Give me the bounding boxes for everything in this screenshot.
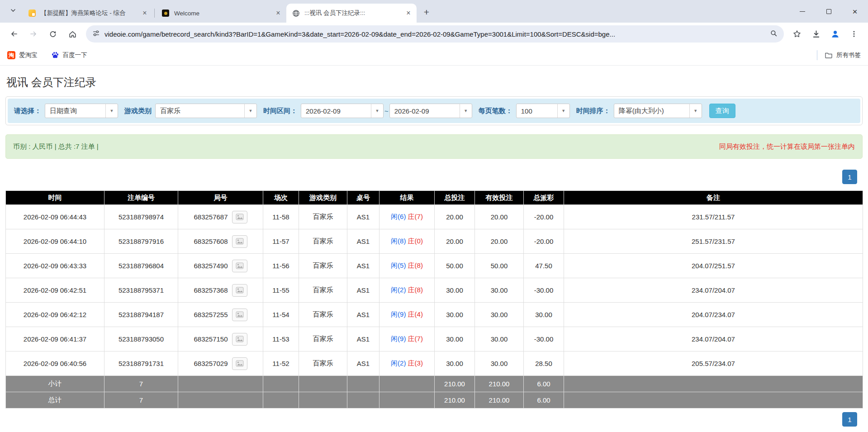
address-bar[interactable]: videoie.com/game/betrecord_search/kind3?… <box>86 25 784 43</box>
page-1-button[interactable]: 1 <box>842 170 857 184</box>
date-start-select[interactable]: 2026-02-09 ▼ <box>301 104 384 118</box>
round-image-button[interactable] <box>232 260 247 272</box>
cell-payout: -20.00 <box>524 205 564 229</box>
new-tab-button[interactable]: + <box>419 5 434 19</box>
round-image-button[interactable] <box>232 309 247 321</box>
round-image-button[interactable] <box>232 357 247 370</box>
table-header-row: 时间注单编号局号场次游戏类别桌号结果总投注有效投注总派彩备注 <box>6 191 863 205</box>
page-title: 视讯 会员下注纪录 <box>6 75 862 90</box>
cell-result: 闲(8) 庄(0) <box>379 229 435 254</box>
query-mode-select[interactable]: 日期查询 ▼ <box>45 104 118 118</box>
sum-total-bet: 210.00 <box>435 392 475 408</box>
select-mode-label: 请选择： <box>14 107 41 115</box>
bookmark-star-button[interactable] <box>788 25 806 43</box>
bookmark-baidu[interactable]: 百度一下 <box>51 51 87 59</box>
home-icon <box>68 30 77 38</box>
tab-welcome[interactable]: Welcome × <box>156 4 286 23</box>
round-image-button[interactable] <box>232 211 247 223</box>
filter-bar: 请选择： 日期查询 ▼ 游戏类别 百家乐 ▼ 时间区间： 2026-02-09 … <box>8 99 860 123</box>
cell-session: 11-52 <box>263 351 299 376</box>
tab-close-icon[interactable]: × <box>140 9 149 18</box>
home-button[interactable] <box>64 25 81 43</box>
valid-bet-notice: 同局有效投注，统一计算在该局第一张注单内 <box>719 142 855 151</box>
cell-total-bet[interactable]: 30.00 <box>435 351 475 376</box>
cell-bet-id: 523188793050 <box>104 327 178 351</box>
picture-icon <box>236 287 244 294</box>
cell-session: 11-53 <box>263 327 299 351</box>
cell-table: AS1 <box>347 254 379 278</box>
round-image-button[interactable] <box>232 235 247 248</box>
downloads-button[interactable] <box>807 25 825 43</box>
search-lens-icon[interactable] <box>770 29 778 39</box>
cell-session: 11-58 <box>263 205 299 229</box>
menu-button[interactable] <box>845 25 863 43</box>
profile-button[interactable] <box>826 25 844 43</box>
tab-close-icon[interactable]: × <box>404 9 413 18</box>
kebab-menu-icon <box>850 30 858 38</box>
all-bookmarks[interactable]: 所有书签 <box>817 50 861 60</box>
tab-separator <box>154 9 155 18</box>
column-header: 结果 <box>379 191 435 205</box>
cell-note: 231.57/211.57 <box>564 205 863 229</box>
url-bar-row: videoie.com/game/betrecord_search/kind3?… <box>0 23 868 45</box>
page-1-button[interactable]: 1 <box>842 412 857 427</box>
search-button[interactable]: 查询 <box>709 104 735 118</box>
cell-total-bet[interactable]: 30.00 <box>435 278 475 303</box>
round-image-button[interactable] <box>232 333 247 346</box>
cell-time: 2026-02-09 06:44:43 <box>6 205 104 229</box>
game-type-select[interactable]: 百家乐 ▼ <box>155 104 257 118</box>
picture-icon <box>236 214 244 220</box>
cell-result: 闲(5) 庄(8) <box>379 254 435 278</box>
cell-valid-bet: 30.00 <box>475 351 524 376</box>
cell-total-bet[interactable]: 20.00 <box>435 205 475 229</box>
window-close-button[interactable]: × <box>842 0 868 23</box>
reload-button[interactable] <box>44 25 62 43</box>
cell-payout: 47.50 <box>524 254 564 278</box>
profile-icon <box>830 29 840 39</box>
forward-button[interactable] <box>25 25 42 43</box>
cell-payout: 28.50 <box>524 351 564 376</box>
tab-bet-records[interactable]: :::视讯 会员下注纪录::: × <box>286 4 417 23</box>
tab-search-button[interactable] <box>5 4 21 19</box>
window-maximize-button[interactable] <box>816 0 842 23</box>
cell-table: AS1 <box>347 229 379 254</box>
download-icon <box>812 30 821 38</box>
cell-game: 百家乐 <box>299 254 347 278</box>
cell-table: AS1 <box>347 327 379 351</box>
window-controls: × <box>789 0 868 23</box>
date-range-label: 时间区间： <box>263 107 297 115</box>
tab-close-icon[interactable]: × <box>274 9 283 18</box>
time-sort-select[interactable]: 降幂(由大到小) ▼ <box>614 104 702 118</box>
cell-total-bet[interactable]: 20.00 <box>435 229 475 254</box>
total-row: 总计 7 210.00 210.00 6.00 <box>6 392 863 408</box>
cell-valid-bet: 20.00 <box>475 229 524 254</box>
back-button[interactable] <box>5 25 23 43</box>
date-end-select[interactable]: 2026-02-09 ▼ <box>389 104 472 118</box>
bet-row: 2026-02-09 06:42:51 523188795371 6832573… <box>6 278 863 303</box>
tab-title: Welcome <box>174 10 274 17</box>
cell-time: 2026-02-09 06:42:12 <box>6 303 104 327</box>
site-info-icon[interactable] <box>92 29 100 39</box>
cell-note: 204.07/234.07 <box>564 303 863 327</box>
tab-forum[interactable]: 【新提醒】海燕策略论坛 - 综合 × <box>23 4 153 23</box>
cell-session: 11-54 <box>263 303 299 327</box>
cell-game: 百家乐 <box>299 278 347 303</box>
cell-note: 204.07/251.57 <box>564 254 863 278</box>
cell-total-bet[interactable]: 30.00 <box>435 303 475 327</box>
maximize-icon <box>826 9 831 14</box>
sum-label: 总计 <box>6 392 104 408</box>
sum-count: 7 <box>104 392 178 408</box>
cell-total-bet[interactable]: 30.00 <box>435 327 475 351</box>
tab-bar: 【新提醒】海燕策略论坛 - 综合 × Welcome × :::视讯 会员下注纪… <box>0 0 868 23</box>
round-image-button[interactable] <box>232 284 247 297</box>
cell-total-bet[interactable]: 50.00 <box>435 254 475 278</box>
page-size-select[interactable]: 100 ▼ <box>516 104 570 118</box>
cell-session: 11-56 <box>263 254 299 278</box>
cell-result: 闲(6) 庄(7) <box>379 205 435 229</box>
sum-label: 小计 <box>6 376 104 392</box>
cell-game: 百家乐 <box>299 205 347 229</box>
cell-time: 2026-02-09 06:43:33 <box>6 254 104 278</box>
bookmark-taobao[interactable]: 淘 爱淘宝 <box>7 51 38 59</box>
window-minimize-button[interactable] <box>789 0 816 23</box>
cell-time: 2026-02-09 06:44:10 <box>6 229 104 254</box>
